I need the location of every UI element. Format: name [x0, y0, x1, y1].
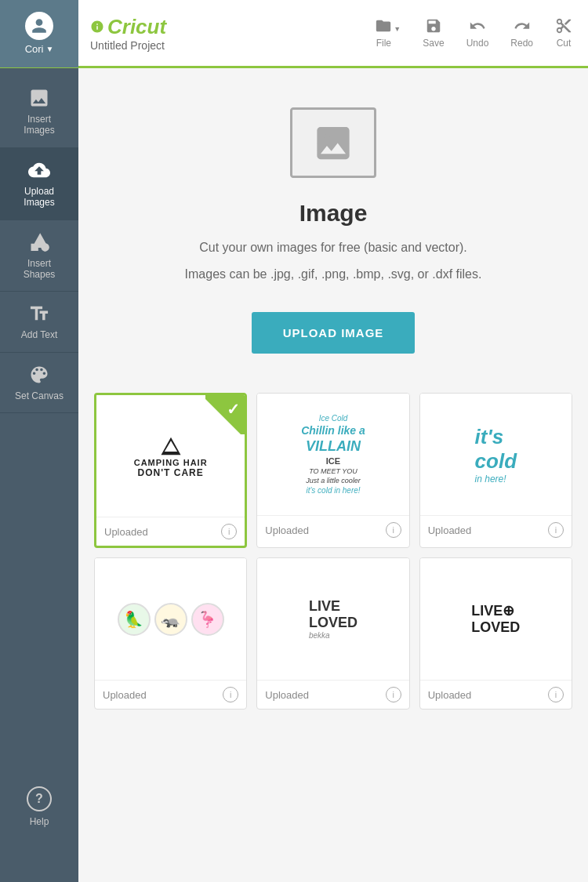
image-placeholder-icon — [306, 122, 361, 165]
info-button[interactable]: i — [386, 687, 401, 702]
selected-badge: ✓ — [205, 395, 245, 434]
gallery-item-live5[interactable]: LIVE⊕ LOVED Uploaded i — [419, 557, 572, 710]
in-here-text: in here! — [475, 474, 506, 485]
brand-area: Cricut Untitled Project — [78, 15, 166, 52]
gallery-item-status: Uploaded — [428, 524, 472, 536]
chevron-down-icon: ▼ — [45, 45, 53, 53]
gallery-item-status: Uploaded — [103, 689, 147, 701]
cold-text: it'scold — [475, 425, 517, 474]
file-arrow-icon: ▼ — [394, 25, 401, 33]
ice-cold-line2: Chillin like a — [301, 424, 365, 437]
live-text: LIVE — [309, 598, 340, 615]
info-button[interactable]: i — [548, 687, 564, 702]
cricut-logo-icon — [90, 20, 104, 34]
header: Cori ▼ Cricut Untitled Project File ▼ — [0, 0, 588, 68]
gallery-item-status: Uploaded — [265, 689, 309, 701]
gallery-item-image: it'scold in here! — [420, 394, 572, 515]
insert-images-icon — [28, 87, 50, 109]
gallery-item-live-loved[interactable]: LIVE LOVED bekka Uploaded i — [256, 557, 409, 710]
camping-text2: DON'T CARE — [138, 467, 204, 478]
image-placeholder — [290, 107, 376, 178]
gallery-item-footer: Uploaded i — [257, 680, 408, 709]
file-icon — [375, 17, 392, 34]
sidebar-item-set-canvas[interactable]: Set Canvas — [0, 353, 78, 413]
sidebar-item-help[interactable]: ? Help — [19, 779, 60, 835]
sidebar-item-label: InsertImages — [24, 114, 54, 136]
upload-section: Image Cut your own images for free (basi… — [78, 68, 588, 377]
sidebar-item-label: Set Canvas — [15, 390, 64, 401]
live-loved-sub: bekka — [309, 631, 330, 640]
gallery-item-image: Ice Cold Chillin like a VILLAIN ICE TO M… — [257, 394, 408, 515]
user-avatar-icon — [25, 12, 53, 40]
ice-cold-line3: ICE — [326, 456, 340, 466]
gallery-item-image: LIVE⊕ LOVED — [420, 558, 572, 680]
gallery-item-image: LIVE LOVED bekka — [257, 558, 408, 680]
gallery-item-image: 🦜 🦡 🦩 — [95, 558, 246, 680]
main-content: Image Cut your own images for free (basi… — [78, 68, 588, 882]
gallery-item-footer: Uploaded i — [95, 680, 246, 709]
sidebar-item-label: InsertShapes — [24, 258, 56, 281]
toolbar-actions: File ▼ Save Undo Redo Cut — [375, 17, 572, 49]
upload-desc2: Images can be .jpg, .gif, .png, .bmp, .s… — [185, 264, 482, 285]
add-text-icon — [28, 303, 50, 325]
insert-shapes-icon — [28, 231, 50, 253]
user-menu[interactable]: Cori ▼ — [0, 0, 78, 67]
bird1-icon: 🦜 — [118, 603, 151, 636]
gallery-grid: CAMPING HAIR DON'T CARE ✓ Uploaded i Ice… — [94, 393, 572, 710]
ice-cold-line4: TO MEET YOU — [309, 467, 358, 475]
save-button[interactable]: Save — [423, 17, 444, 49]
gallery-item-status: Uploaded — [265, 524, 309, 536]
set-canvas-icon — [28, 364, 50, 386]
cut-icon — [555, 17, 572, 34]
person-icon — [31, 17, 48, 34]
gallery-item-camping-hair[interactable]: CAMPING HAIR DON'T CARE ✓ Uploaded i — [94, 393, 247, 548]
gallery-item-birds[interactable]: 🦜 🦡 🦩 Uploaded i — [94, 557, 247, 710]
ice-cold-line5: Just a little cooler — [306, 477, 361, 485]
user-label: Cori ▼ — [25, 43, 54, 55]
sidebar-item-upload-images[interactable]: UploadImages — [0, 148, 78, 220]
redo-button[interactable]: Redo — [510, 17, 533, 49]
upload-desc1: Cut your own images for free (basic and … — [199, 238, 466, 258]
gallery-item-status: Uploaded — [104, 526, 148, 538]
undo-button[interactable]: Undo — [466, 17, 489, 49]
camping-text1: CAMPING HAIR — [134, 458, 208, 467]
tent-icon — [159, 434, 183, 458]
info-button[interactable]: i — [223, 687, 238, 702]
live5-text: LIVE⊕ — [471, 602, 514, 619]
ice-cold-line6: it's cold in here! — [306, 486, 360, 495]
gallery-item-status: Uploaded — [428, 689, 472, 701]
gallery-item-footer: Uploaded i — [420, 680, 572, 709]
cut-button[interactable]: Cut — [555, 17, 572, 49]
gallery-item-footer: Uploaded i — [257, 515, 408, 544]
gallery-item-cold-here[interactable]: it'scold in here! Uploaded i — [419, 393, 572, 548]
loved-text: LOVED — [309, 615, 358, 631]
undo-icon — [469, 17, 486, 34]
info-button[interactable]: i — [221, 524, 237, 539]
svg-point-0 — [325, 134, 330, 140]
sidebar-item-add-text[interactable]: Add Text — [0, 292, 78, 352]
upload-image-button[interactable]: UPLOAD IMAGE — [252, 312, 416, 354]
gallery-section: CAMPING HAIR DON'T CARE ✓ Uploaded i Ice… — [78, 377, 588, 725]
bird3-icon: 🦩 — [191, 603, 224, 636]
sidebar-item-insert-images[interactable]: InsertImages — [0, 76, 78, 148]
ice-cold-line1: Ice Cold — [319, 414, 348, 423]
file-button[interactable]: File ▼ — [375, 17, 401, 49]
gallery-item-footer: Uploaded i — [96, 517, 245, 546]
loved5-text: LOVED — [471, 619, 520, 636]
sidebar-item-insert-shapes[interactable]: InsertShapes — [0, 220, 78, 292]
gallery-item-footer: Uploaded i — [420, 515, 572, 544]
ice-cold-villain: VILLAIN — [306, 438, 361, 455]
upload-images-icon — [28, 159, 50, 181]
help-icon: ? — [27, 786, 52, 811]
info-button[interactable]: i — [386, 522, 401, 538]
bird2-icon: 🦡 — [154, 603, 187, 636]
gallery-item-ice-cold[interactable]: Ice Cold Chillin like a VILLAIN ICE TO M… — [256, 393, 409, 548]
info-button[interactable]: i — [548, 522, 564, 538]
upload-title: Image — [299, 200, 368, 227]
sidebar-item-label: Add Text — [21, 329, 57, 340]
checkmark-icon: ✓ — [227, 400, 240, 419]
redo-icon — [514, 17, 531, 34]
save-icon — [425, 17, 442, 34]
brand-logo: Cricut — [90, 15, 166, 39]
sidebar-item-label: UploadImages — [24, 186, 54, 209]
